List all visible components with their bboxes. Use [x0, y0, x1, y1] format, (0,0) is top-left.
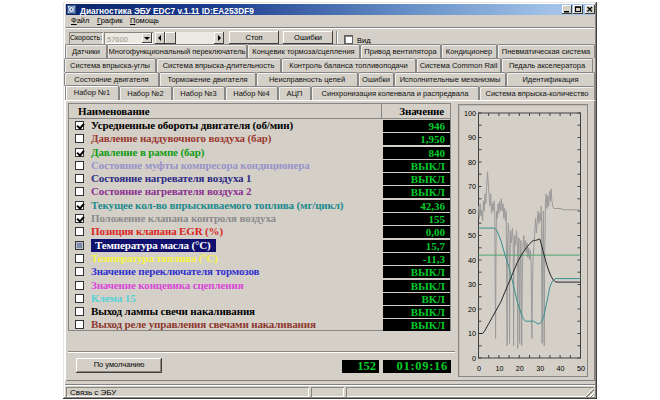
svg-text:10: 10: [468, 329, 476, 338]
svg-text:50: 50: [468, 231, 476, 240]
svg-text:60: 60: [468, 207, 476, 216]
svg-text:70: 70: [468, 182, 476, 191]
svg-text:50: 50: [577, 364, 585, 373]
svg-text:0: 0: [472, 354, 476, 363]
svg-text:90: 90: [468, 133, 476, 142]
svg-text:80: 80: [468, 158, 476, 167]
svg-text:0: 0: [477, 364, 481, 373]
svg-text:30: 30: [536, 364, 544, 373]
svg-text:20: 20: [468, 305, 476, 314]
svg-text:100: 100: [464, 109, 476, 118]
svg-text:10: 10: [495, 364, 503, 373]
svg-text:40: 40: [468, 256, 476, 265]
svg-text:30: 30: [468, 280, 476, 289]
svg-text:20: 20: [516, 364, 524, 373]
svg-text:40: 40: [557, 364, 565, 373]
